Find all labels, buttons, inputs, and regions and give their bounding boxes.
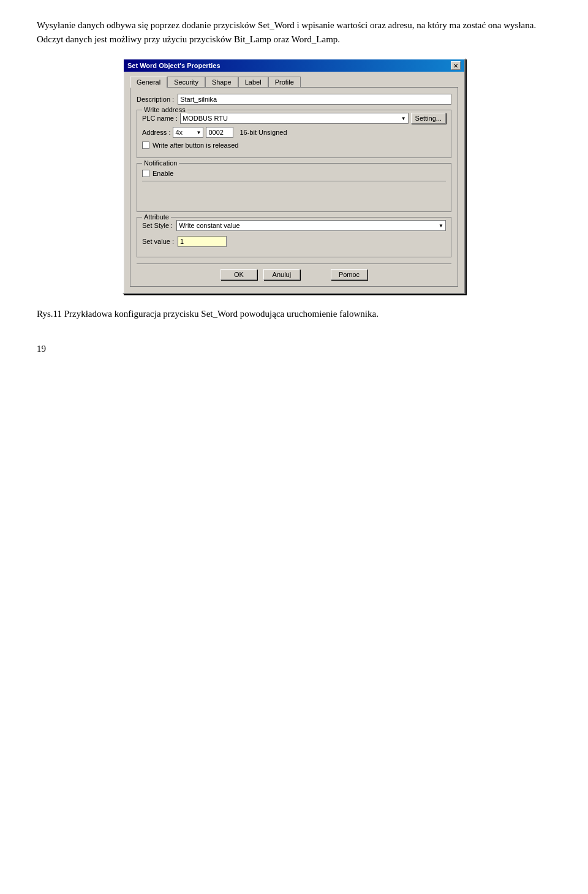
tabs-row: General Security Shape Label Profile (130, 77, 458, 87)
set-style-value: Write constant value (179, 222, 239, 229)
page-number: 19 (37, 344, 551, 354)
dialog-titlebar: Set Word Object's Properties ✕ (124, 59, 464, 72)
attribute-group: Attribute Set Style : Write constant val… (137, 217, 451, 257)
notification-group: Notification Enable (137, 163, 451, 212)
enable-label: Enable (153, 170, 173, 177)
address-label: Address : (142, 129, 170, 136)
set-value-row: Set value : (142, 236, 446, 247)
plc-name-label: PLC name : (142, 115, 178, 122)
enable-row: Enable (142, 170, 446, 177)
description-row: Description : (137, 94, 451, 105)
tab-security[interactable]: Security (167, 77, 205, 87)
dialog-wrapper: Set Word Object's Properties ✕ General S… (37, 58, 551, 294)
dialog-body: General Security Shape Label Profile Des… (124, 72, 464, 293)
attribute-title: Attribute (142, 213, 171, 221)
description-input[interactable] (178, 94, 451, 105)
set-style-arrow: ▼ (439, 223, 443, 229)
tab-shape[interactable]: Shape (205, 77, 238, 87)
set-style-select[interactable]: Write constant value ▼ (176, 220, 446, 231)
setting-button[interactable]: Setting... (411, 113, 446, 124)
cancel-button[interactable]: Anuluj (263, 269, 300, 280)
description-label: Description : (137, 96, 174, 103)
set-style-row: Set Style : Write constant value ▼ (142, 220, 446, 231)
help-button[interactable]: Pomoc (331, 269, 368, 280)
write-address-group: Write address PLC name : MODBUS RTU ▼ Se… (137, 110, 451, 158)
bit-label: 16-bit Unsigned (239, 129, 287, 136)
plc-name-value: MODBUS RTU (183, 115, 228, 122)
set-value-label: Set value : (142, 238, 174, 245)
figure-caption: Rys.11 Przykładowa konfiguracja przycisk… (37, 309, 551, 319)
dialog-close-button[interactable]: ✕ (451, 61, 461, 70)
set-style-label: Set Style : (142, 222, 173, 229)
address-type-arrow: ▼ (197, 130, 202, 135)
properties-dialog: Set Word Object's Properties ✕ General S… (123, 58, 466, 294)
enable-checkbox[interactable] (142, 170, 149, 177)
address-type-select[interactable]: 4x ▼ (173, 127, 203, 138)
tab-general[interactable]: General (130, 77, 167, 88)
write-after-row: Write after button is released (142, 142, 446, 149)
ok-button[interactable]: OK (221, 269, 257, 280)
plc-name-arrow: ▼ (401, 116, 406, 121)
notification-title: Notification (142, 159, 179, 167)
plc-name-select[interactable]: MODBUS RTU ▼ (180, 113, 408, 124)
address-row: Address : 4x ▼ 16-bit Unsigned (142, 127, 446, 138)
address-type-value: 4x (175, 129, 183, 136)
tab-label[interactable]: Label (238, 77, 268, 87)
tab-content-general: Description : Write address PLC name : M… (130, 87, 458, 287)
paragraph-text: Wysyłanie danych odbywa się poprzez doda… (37, 18, 551, 46)
write-after-label: Write after button is released (153, 142, 238, 149)
write-after-checkbox[interactable] (142, 142, 149, 149)
set-value-input[interactable] (178, 236, 227, 247)
dialog-title: Set Word Object's Properties (127, 62, 221, 69)
plc-name-row: PLC name : MODBUS RTU ▼ Setting... (142, 113, 446, 124)
address-value-input[interactable] (206, 127, 233, 138)
notification-divider (142, 181, 446, 181)
tab-profile[interactable]: Profile (268, 77, 301, 87)
write-address-title: Write address (142, 106, 187, 113)
button-row: OK Anuluj Pomoc (137, 263, 451, 280)
